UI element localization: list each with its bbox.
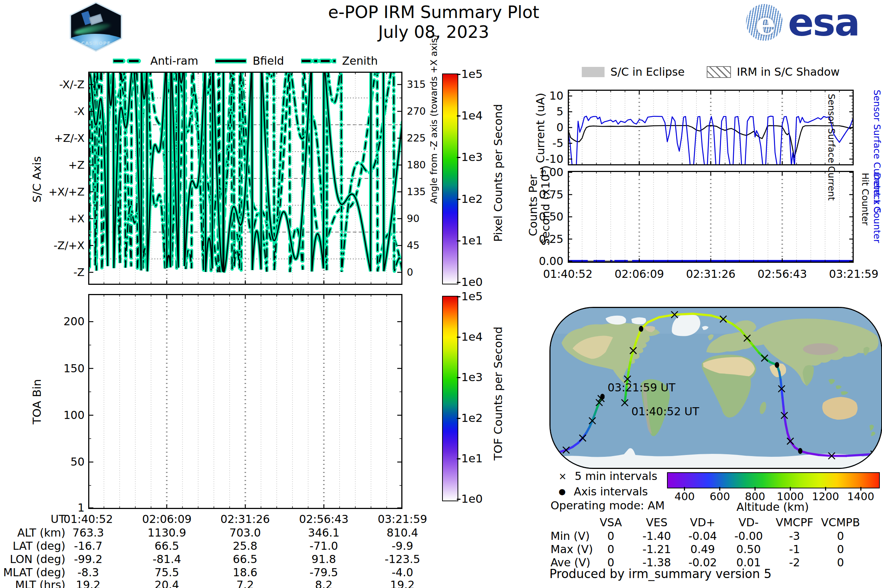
ephemeris-row-label: LON (deg) — [0, 553, 65, 566]
counts-right-label-blue: Detect Counter — [872, 173, 882, 243]
colorbar-tick-mark — [457, 458, 460, 459]
altitude-tick: 1200 — [807, 490, 844, 503]
voltage-cell: -3 — [789, 530, 800, 542]
toa-bin-plot — [88, 294, 402, 509]
ephemeris-cell: 66.5 — [233, 553, 258, 566]
tof-colorbar — [442, 296, 458, 501]
ephemeris-cell: -79.5 — [309, 566, 338, 579]
sc-axis-ytick: -X/-Z — [26, 78, 84, 91]
angle-tick: 0 — [407, 266, 413, 278]
ephemeris-row-label: LAT (deg) — [0, 540, 65, 552]
marker-legend-5min-label: 5 min intervals — [575, 470, 657, 483]
voltage-cell: -1.38 — [642, 556, 671, 569]
ephemeris-row-label: MLAT (deg) — [0, 566, 65, 579]
colorbar-tick: 1e3 — [461, 150, 483, 164]
world-map: 03:21:59 UT01:40:52 UT — [550, 308, 881, 468]
altitude-tick: 600 — [702, 490, 738, 503]
colorbar-tick-mark — [457, 296, 460, 297]
tof-colorbar-label: TOF Counts per Second — [491, 336, 505, 460]
ephemeris-cell: 03:21:59 — [378, 513, 428, 525]
angle-axis-label: Angle from -Z axis (towards +X axis) — [429, 98, 439, 204]
voltage-cell: 0 — [607, 556, 614, 569]
voltage-row-label: Ave (V) — [550, 556, 590, 569]
colorbar-tick-mark — [457, 337, 460, 338]
voltage-col-header: VCMPB — [821, 516, 860, 529]
x-marker-icon: × — [559, 471, 567, 482]
counts-ytick: 0.50 — [522, 210, 563, 223]
sc-axis-legend: Anti-ram Bfield Zenith — [88, 54, 402, 67]
current-ytick: -10 — [520, 153, 563, 165]
ephemeris-cell: 18.6 — [233, 566, 258, 579]
ephemeris-cell: 02:56:43 — [299, 513, 349, 525]
legend-item-antiram: Anti-ram — [113, 54, 198, 67]
ephemeris-row-label: UT — [0, 513, 65, 525]
angle-tick: 180 — [407, 159, 426, 171]
colorbar-tick: 1e4 — [461, 330, 483, 343]
voltage-cell: 0.50 — [736, 543, 761, 556]
legend-item-bfield: Bfield — [215, 54, 284, 67]
ephemeris-row-label: MLT (hrs) — [0, 579, 65, 588]
voltage-col-header: VD+ — [690, 516, 716, 529]
marker-legend-axis: ● Axis intervals — [559, 485, 648, 498]
colorbar-tick-mark — [457, 418, 460, 419]
colorbar-tick-mark — [457, 377, 460, 378]
ephemeris-cell: 02:31:26 — [220, 513, 270, 525]
eclipse-filled-box-icon — [582, 67, 604, 77]
sc-axis-ytick: +Z/-X — [26, 132, 84, 144]
antiram-dashed-line-icon — [113, 58, 144, 64]
voltage-cell: -0.04 — [688, 530, 717, 542]
legend-label-eclipse: S/C in Eclipse — [610, 65, 685, 78]
counts-ytick: 0.25 — [522, 232, 563, 246]
map-annotation-end: 03:21:59 UT — [608, 381, 675, 394]
current-ytick: -5 — [520, 137, 563, 150]
operating-mode: Operating mode: AM — [550, 499, 665, 512]
counts-right-label-black: Hit Counter — [860, 173, 871, 225]
colorbar-tick-mark — [457, 157, 460, 158]
legend-item-shadow: IRM in S/C Shadow — [707, 65, 840, 78]
counts-ytick: 0.75 — [522, 188, 563, 201]
patch-satellite-icon — [88, 14, 103, 26]
colorbar-tick-mark — [457, 240, 460, 242]
right-time-tick: 02:31:26 — [681, 267, 740, 280]
ephemeris-cell: 01:40:52 — [64, 513, 113, 525]
angle-tick: 90 — [407, 213, 419, 224]
sc-axis-ytick: -X — [26, 105, 84, 118]
ephemeris-cell: 19.2 — [76, 579, 101, 588]
sc-axis-plot — [88, 72, 402, 285]
colorbar-tick-mark — [457, 499, 460, 500]
ephemeris-cell: 25.8 — [233, 540, 258, 552]
counts-ytick: 0.00 — [522, 255, 563, 267]
right-time-tick: 02:06:09 — [610, 267, 669, 280]
colorbar-tick: 1e1 — [461, 234, 483, 247]
voltage-cell: 0 — [607, 530, 614, 542]
toa-ytick: 100 — [44, 409, 84, 422]
voltage-cell: -0.00 — [734, 530, 763, 542]
angle-tick: 45 — [407, 240, 419, 251]
counts-ytick: 1.00 — [522, 166, 563, 178]
sc-axis-ytick: +Z — [26, 159, 84, 171]
pixel-colorbar-label: Pixel Counts per Second — [491, 117, 505, 242]
ephemeris-cell: -123.5 — [385, 553, 420, 566]
esa-wordmark: esa — [788, 6, 859, 39]
ephemeris-cell: 66.5 — [155, 540, 179, 552]
patch-label: CASSIOPE — [69, 40, 122, 46]
legend-label-antiram: Anti-ram — [150, 54, 198, 67]
voltage-cell: -2 — [789, 556, 800, 569]
toa-ylabel: TOA Bin — [30, 376, 44, 428]
voltage-cell: -1 — [789, 543, 800, 556]
legend-label-shadow: IRM in S/C Shadow — [737, 65, 840, 78]
legend-label-bfield: Bfield — [252, 54, 284, 67]
ephemeris-cell: 20.4 — [155, 579, 179, 588]
ephemeris-cell: 763.3 — [72, 526, 104, 539]
current-ytick: 10 — [520, 89, 563, 102]
ephemeris-cell: 810.4 — [387, 526, 418, 539]
colorbar-tick: 1e5 — [461, 67, 483, 81]
bfield-solid-line-icon — [215, 58, 247, 64]
zenith-dashdot-line-icon — [301, 58, 336, 64]
ephemeris-cell: 75.5 — [155, 566, 179, 579]
colorbar-tick-mark — [457, 282, 460, 283]
voltage-col-header: VD- — [739, 516, 759, 529]
voltage-row-label: Max (V) — [550, 543, 593, 556]
esa-e-glyph: e — [756, 5, 776, 41]
ground-track-map: 03:21:59 UT01:40:52 UT — [549, 307, 882, 469]
